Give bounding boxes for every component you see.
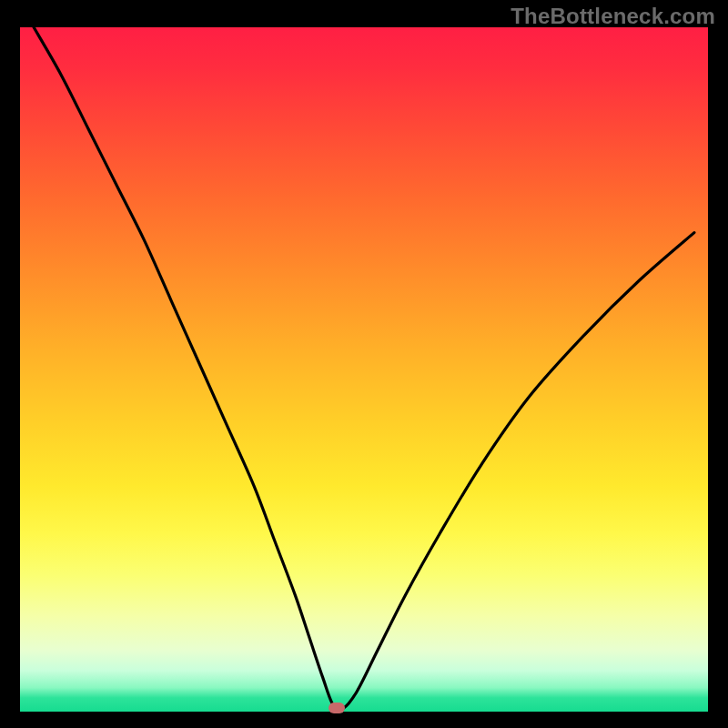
optimal-point-marker xyxy=(329,703,345,713)
chart-frame: TheBottleneck.com xyxy=(0,0,728,728)
watermark-text: TheBottleneck.com xyxy=(511,4,715,29)
bottleneck-curve-path xyxy=(34,27,694,710)
bottleneck-curve-svg xyxy=(20,27,708,712)
